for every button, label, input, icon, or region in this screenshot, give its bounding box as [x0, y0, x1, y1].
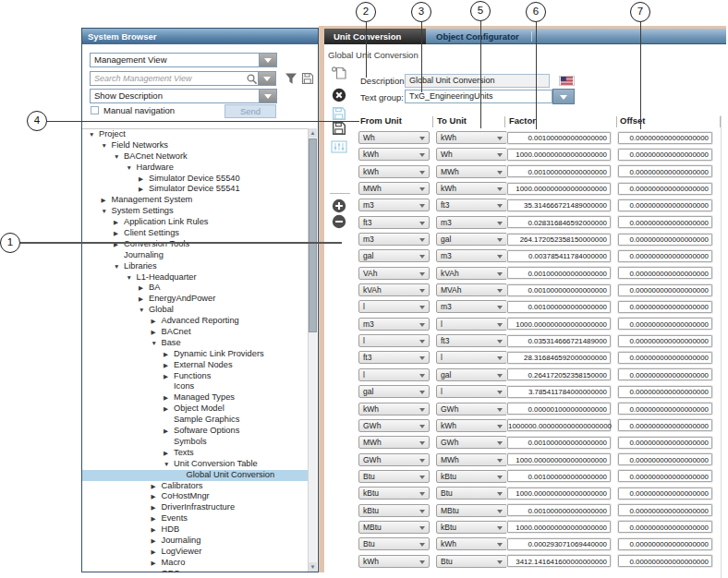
tree-item-client-settings[interactable]: ▶Client Settings: [82, 228, 309, 239]
to-unit-select[interactable]: kBtu: [436, 470, 507, 483]
to-unit-select[interactable]: Wh: [436, 148, 507, 161]
from-unit-select[interactable]: l: [358, 368, 430, 381]
tree-item-project[interactable]: ▼Project: [82, 129, 309, 140]
factor-input[interactable]: 1000.000000000000000000: [507, 488, 611, 500]
to-unit-select[interactable]: l: [436, 318, 507, 331]
offset-input[interactable]: 0.000000000000000000: [618, 403, 712, 415]
tree-item-simulator-device-55541[interactable]: ▶Simulator Device 55541: [82, 184, 309, 195]
to-unit-select[interactable]: ft3: [436, 334, 507, 347]
to-unit-select[interactable]: GWh: [436, 403, 507, 415]
offset-input[interactable]: 0.000000000000000000: [618, 504, 712, 516]
factor-input[interactable]: 0.264172052358150000: [507, 368, 611, 380]
tree-collapsed-arrow-icon[interactable]: ▶: [152, 524, 162, 536]
tree-collapsed-arrow-icon[interactable]: ▶: [152, 316, 162, 327]
tree-item-managed-types[interactable]: ▶Managed Types: [82, 392, 309, 403]
tree-item-journaling[interactable]: ▶Journaling: [82, 536, 309, 547]
to-unit-select[interactable]: gal: [436, 368, 507, 381]
offset-input[interactable]: 0.000000000000000000: [618, 352, 712, 364]
delete-icon[interactable]: [331, 88, 347, 102]
factor-input[interactable]: 0.001000000000000000: [507, 165, 611, 177]
tree-item-functions[interactable]: ▶Functions: [82, 371, 309, 382]
to-unit-select[interactable]: Btu: [436, 487, 507, 500]
factor-input[interactable]: 0.001000000000000000: [507, 267, 611, 279]
factor-input[interactable]: 1000.000000000000000000: [507, 149, 611, 161]
tree-expanded-arrow-icon[interactable]: ▼: [114, 261, 124, 272]
factor-input[interactable]: 0.003785411784000000: [507, 250, 611, 262]
tree-item-cohostmngr[interactable]: ▶CoHostMngr: [82, 491, 309, 502]
from-unit-select[interactable]: kBtu: [358, 504, 430, 517]
factor-input[interactable]: 1000.000000000000000000: [507, 318, 611, 330]
factor-input[interactable]: 3.785411784000000000: [507, 386, 611, 398]
to-unit-select[interactable]: l: [436, 385, 507, 398]
tree-item-symbols[interactable]: Symbols: [82, 437, 309, 448]
tree-item-application-link-rules[interactable]: ▶Application Link Rules: [82, 217, 309, 228]
factor-input[interactable]: 0.001000000000000000: [507, 132, 611, 144]
tree-expanded-arrow-icon[interactable]: ▼: [102, 140, 112, 151]
scroll-down-icon[interactable]: ▼: [309, 562, 317, 572]
tree-item-management-system[interactable]: ▶Management System: [82, 195, 309, 206]
tree-item-hdb[interactable]: ▶HDB: [82, 524, 309, 536]
tree-expanded-arrow-icon[interactable]: ▼: [127, 272, 137, 283]
tree-collapsed-arrow-icon[interactable]: ▶: [164, 403, 174, 415]
tree-collapsed-arrow-icon[interactable]: ▶: [152, 558, 162, 569]
tree-collapsed-arrow-icon[interactable]: ▶: [152, 327, 162, 338]
tab-unit-conversion[interactable]: Unit Conversion: [324, 29, 426, 44]
offset-input[interactable]: 0.000000000000000000: [618, 368, 712, 380]
factor-input[interactable]: 1000.000000000000000000: [507, 521, 611, 533]
text-group-field[interactable]: TxG_EngineeringUnits: [405, 90, 552, 103]
factor-input[interactable]: 0.001000000000000000: [507, 504, 611, 516]
offset-input[interactable]: 0.000000000000000000: [618, 488, 712, 500]
search-input[interactable]: [91, 72, 243, 85]
from-unit-select[interactable]: l: [358, 300, 430, 313]
to-unit-select[interactable]: GWh: [436, 436, 507, 449]
tree-collapsed-arrow-icon[interactable]: ▶: [164, 392, 174, 403]
offset-input[interactable]: 0.000000000000000000: [618, 216, 712, 228]
text-group-dropdown-button[interactable]: [552, 89, 575, 104]
save-as-icon[interactable]: [331, 121, 347, 136]
properties-icon-disabled[interactable]: [331, 139, 347, 154]
offset-input[interactable]: 0.000000000000000000: [618, 386, 712, 398]
tree-collapsed-arrow-icon[interactable]: ▶: [152, 502, 162, 513]
tree-item-hardware[interactable]: ▼Hardware: [82, 163, 309, 174]
tree-item-simulator-device-55540[interactable]: ▶Simulator Device 55540: [82, 174, 309, 185]
tree-item-energyandpower[interactable]: ▶EnergyAndPower: [82, 294, 309, 305]
factor-input[interactable]: 0.000293071069440000: [507, 538, 611, 550]
tree-item-calibrators[interactable]: ▶Calibrators: [82, 481, 309, 492]
description-selector[interactable]: Show Description: [90, 89, 277, 103]
tree-item-libraries[interactable]: ▼Libraries: [82, 261, 309, 272]
offset-input[interactable]: 0.000000000000000000: [618, 453, 712, 465]
scrollbar-thumb[interactable]: [309, 138, 317, 332]
tree-item-macro[interactable]: ▶Macro: [82, 558, 309, 569]
from-unit-select[interactable]: GWh: [358, 419, 430, 432]
offset-input[interactable]: 0.000000000000000000: [618, 521, 712, 533]
offset-input[interactable]: 0.000000000000000000: [618, 301, 712, 313]
factor-input[interactable]: 0.028316846592000000: [507, 216, 611, 228]
tree-item-system-settings[interactable]: ▼System Settings: [82, 206, 309, 217]
tree-expanded-arrow-icon[interactable]: ▼: [102, 206, 112, 217]
tree-collapsed-arrow-icon[interactable]: ▶: [152, 513, 162, 524]
tree-item-events[interactable]: ▶Events: [82, 513, 309, 524]
to-unit-select[interactable]: MWh: [436, 165, 507, 178]
tree-collapsed-arrow-icon[interactable]: ▶: [164, 448, 174, 459]
from-unit-select[interactable]: kWh: [358, 555, 430, 568]
to-unit-select[interactable]: l: [436, 351, 507, 364]
factor-input[interactable]: 0.000001000000000000: [507, 403, 611, 415]
from-unit-select[interactable]: MBtu: [358, 521, 430, 534]
tree-item-bacnet[interactable]: ▶BACnet: [82, 327, 309, 338]
to-unit-select[interactable]: MBtu: [436, 504, 507, 517]
view-selector-dropdown-button[interactable]: [259, 54, 276, 66]
from-unit-select[interactable]: m3: [358, 233, 430, 246]
tree-item-texts[interactable]: ▶Texts: [82, 448, 309, 459]
tree-collapsed-arrow-icon[interactable]: ▶: [164, 360, 174, 371]
tree-collapsed-arrow-icon[interactable]: ▶: [139, 283, 149, 294]
tree-expanded-arrow-icon[interactable]: ▼: [152, 338, 162, 349]
to-unit-select[interactable]: MWh: [436, 453, 507, 466]
to-unit-select[interactable]: kBtu: [436, 521, 507, 534]
from-unit-select[interactable]: kWh: [358, 403, 430, 415]
from-unit-select[interactable]: gal: [358, 385, 430, 398]
from-unit-select[interactable]: Wh: [358, 131, 430, 144]
tree-collapsed-arrow-icon[interactable]: ▶: [164, 426, 174, 437]
offset-input[interactable]: 0.000000000000000000: [618, 132, 712, 144]
factor-input[interactable]: 0.001000000000000000: [507, 470, 611, 482]
tree-expanded-arrow-icon[interactable]: ▼: [139, 305, 149, 316]
